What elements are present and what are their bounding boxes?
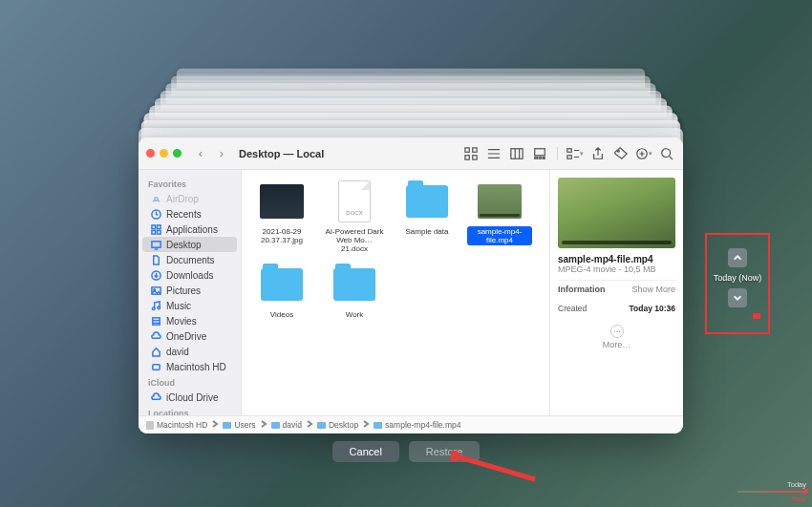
svg-rect-15: [567, 155, 571, 158]
svg-rect-14: [567, 148, 571, 152]
annotation-highlight-box: Today (Now): [705, 233, 770, 334]
timeline-bottom-label: Now: [737, 495, 808, 503]
svg-rect-13: [544, 157, 545, 158]
path-crumb[interactable]: david: [271, 420, 302, 430]
group-by-button[interactable]: ▾: [566, 145, 584, 162]
annotation-arrow: [451, 451, 537, 489]
path-bar[interactable]: Macintosh HDUsersdavidDesktopsample-mp4-…: [139, 415, 683, 433]
svg-rect-3: [473, 155, 477, 158]
path-crumb[interactable]: Macintosh HD: [146, 420, 207, 430]
music-icon: [150, 300, 161, 311]
forward-button[interactable]: ›: [214, 146, 229, 160]
sidebar-item-label: Downloads: [166, 270, 213, 281]
chevron-right-icon: [260, 420, 267, 430]
folder-icon: [333, 268, 375, 301]
file-item[interactable]: Videos: [249, 263, 314, 320]
sidebar-item-airdrop[interactable]: AirDrop: [142, 191, 237, 206]
svg-rect-25: [157, 224, 160, 228]
zoom-window-button[interactable]: [173, 149, 182, 158]
file-item[interactable]: DOCXAI-Powered Dark Web Mo…21.docx: [322, 180, 387, 255]
timeline-current-label: Today (Now): [714, 273, 762, 283]
svg-rect-1: [473, 147, 477, 151]
svg-rect-38: [152, 364, 159, 370]
file-name: Sample data: [404, 226, 451, 237]
sidebar-item-onedrive[interactable]: OneDrive: [142, 328, 237, 344]
file-item[interactable]: 2021-08-29 20.37.37.jpg: [249, 180, 314, 255]
timeline-top-label: Today: [737, 480, 808, 489]
path-crumb[interactable]: Desktop: [317, 420, 358, 430]
file-item[interactable]: Work: [322, 263, 387, 320]
sidebar-item-documents[interactable]: Documents: [142, 252, 237, 267]
close-window-button[interactable]: [146, 149, 155, 158]
sidebar-item-pictures[interactable]: Pictures: [142, 283, 237, 298]
file-name: sample-mp4-file.mp4: [467, 226, 532, 245]
doc-icon: [150, 254, 161, 265]
preview-subtitle: MPEG-4 movie - 10,5 MB: [558, 264, 675, 274]
path-crumb[interactable]: Users: [223, 420, 255, 430]
timeline-next-button[interactable]: [728, 288, 747, 307]
preview-show-more[interactable]: Show More: [631, 285, 675, 294]
sidebar-item-label: Movies: [166, 316, 197, 327]
grid-icon: [150, 223, 161, 235]
sidebar-item-label: Recents: [166, 209, 202, 220]
sidebar-item-macintosh-hd[interactable]: Macintosh HD: [142, 359, 237, 374]
icon-view-button[interactable]: [462, 145, 480, 162]
airdrop-icon: [150, 193, 161, 204]
svg-rect-24: [151, 224, 155, 228]
path-crumb[interactable]: sample-mp4-file.mp4: [374, 420, 460, 430]
column-view-button[interactable]: [508, 145, 525, 162]
svg-rect-0: [465, 147, 469, 151]
svg-point-20: [662, 148, 671, 157]
sidebar-item-music[interactable]: Music: [142, 298, 237, 313]
sidebar-item-desktop[interactable]: Desktop: [142, 237, 237, 252]
more-icon: ⋯: [610, 325, 624, 338]
preview-more[interactable]: ⋯ More…: [558, 319, 675, 349]
svg-rect-26: [151, 230, 155, 234]
chevron-right-icon: [362, 420, 370, 430]
back-button[interactable]: ‹: [193, 146, 208, 160]
timeline-scrubber[interactable]: Today Now: [737, 480, 808, 503]
finder-window: ‹ › Desktop — Local ▾ ▾ FavoritesAirDrop…: [139, 137, 683, 433]
cloud-icon: [150, 330, 161, 342]
sidebar-item-label: Documents: [166, 255, 215, 265]
sidebar-item-david[interactable]: david: [142, 344, 237, 359]
action-button[interactable]: ▾: [635, 145, 652, 162]
file-item[interactable]: sample-mp4-file.mp4: [467, 180, 532, 255]
gallery-view-button[interactable]: [531, 145, 548, 162]
preview-created-value: Today 10:36: [629, 304, 675, 313]
preview-filename: sample-mp4-file.mp4: [558, 254, 675, 264]
svg-rect-11: [535, 157, 538, 158]
sidebar-item-downloads[interactable]: Downloads: [142, 267, 237, 283]
timeline-track[interactable]: [737, 491, 808, 493]
sidebar-item-applications[interactable]: Applications: [142, 222, 237, 237]
cancel-button[interactable]: Cancel: [332, 441, 399, 462]
sidebar-item-movies[interactable]: Movies: [142, 313, 237, 328]
sidebar-item-icloud-drive[interactable]: iCloud Drive: [142, 390, 237, 405]
share-button[interactable]: [589, 145, 607, 162]
file-name: AI-Powered Dark Web Mo…21.docx: [322, 226, 387, 255]
svg-rect-28: [151, 241, 160, 246]
cloud-icon: [150, 391, 161, 403]
image-thumbnail: [260, 184, 304, 219]
sidebar-item-label: AirDrop: [166, 194, 199, 204]
svg-line-21: [670, 156, 673, 159]
minimize-window-button[interactable]: [160, 149, 168, 158]
file-grid: 2021-08-29 20.37.37.jpgDOCXAI-Powered Da…: [242, 170, 549, 415]
hd-icon: [150, 361, 161, 372]
window-controls[interactable]: [146, 149, 182, 158]
svg-line-39: [457, 456, 535, 479]
search-button[interactable]: [658, 145, 675, 162]
chevron-right-icon: [306, 420, 313, 430]
sidebar-item-label: Applications: [166, 224, 218, 235]
list-view-button[interactable]: [485, 145, 502, 162]
tags-button[interactable]: [612, 145, 630, 162]
home-icon: [150, 346, 161, 357]
finder-sidebar: FavoritesAirDropRecentsApplicationsDeskt…: [139, 170, 242, 415]
clock-icon: [150, 208, 161, 220]
timeline-prev-button[interactable]: [728, 248, 747, 267]
sidebar-item-recents[interactable]: Recents: [142, 206, 237, 222]
time-machine-footer: Cancel Restore: [0, 441, 812, 462]
file-item[interactable]: Sample data: [395, 180, 459, 255]
desktop-icon: [150, 239, 161, 250]
folder-icon: [374, 422, 382, 429]
